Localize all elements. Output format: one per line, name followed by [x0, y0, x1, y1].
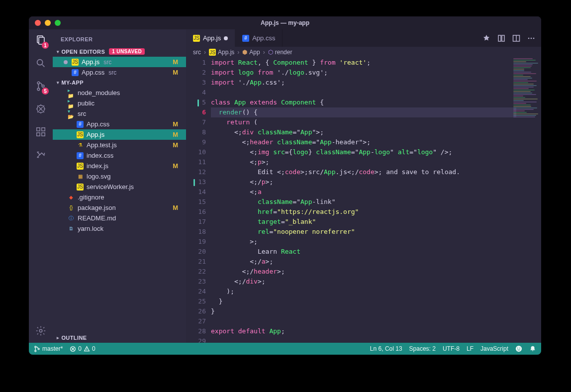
language-status[interactable]: JavaScript [480, 345, 508, 352]
minimap[interactable] [511, 58, 541, 122]
code-line[interactable]: <;p>; [211, 157, 516, 167]
code-line[interactable]: <;/div>; [211, 277, 516, 287]
file-tree-item[interactable]: JSserviceWorker.js [53, 182, 186, 192]
indentation-status[interactable]: Spaces: 2 [409, 345, 436, 352]
code-line[interactable]: import './App.css'; [211, 78, 516, 88]
breadcrumb-item[interactable]: src [193, 49, 201, 56]
file-tree-item[interactable]: JSApp.jsM [53, 129, 186, 140]
line-number[interactable]: 2 [186, 68, 206, 78]
file-tree-item[interactable]: ◆.gitignore [53, 192, 186, 202]
git-branch-status[interactable]: master* [34, 345, 63, 352]
line-number[interactable]: 8 [186, 127, 206, 137]
line-number[interactable]: 11 [186, 157, 206, 167]
code-line[interactable]: className="App-link" [211, 197, 516, 207]
line-number[interactable]: 26 [186, 306, 206, 316]
explorer-activity[interactable]: 1 [34, 33, 48, 47]
titlebar[interactable]: App.js — my-app [29, 16, 541, 29]
line-number[interactable]: 13 [186, 177, 206, 187]
feedback-icon[interactable] [515, 345, 522, 352]
cursor-position[interactable]: Ln 6, Col 13 [370, 345, 402, 352]
line-number[interactable]: 27 [186, 316, 206, 326]
file-tree-item[interactable]: #App.cssM [53, 119, 186, 129]
code-line[interactable]: Learn React [211, 247, 516, 257]
code-line[interactable]: export default App; [211, 326, 516, 336]
encoding-status[interactable]: UTF-8 [443, 345, 460, 352]
code-line[interactable]: <;/p>; [211, 177, 516, 187]
code-line[interactable]: >; [211, 237, 516, 247]
split-editor-icon[interactable] [512, 34, 520, 42]
line-number[interactable]: 18 [186, 227, 206, 237]
code-line[interactable]: } [211, 296, 516, 306]
line-number[interactable]: 20 [186, 247, 206, 257]
code-line[interactable]: render() { [211, 107, 516, 117]
line-number[interactable]: 12 [186, 167, 206, 177]
eol-status[interactable]: LF [467, 345, 474, 352]
code-line[interactable] [211, 316, 516, 326]
code-editor[interactable]: 1234567891011121314151617181920212223242… [186, 58, 541, 343]
code-line[interactable]: target="_blank" [211, 217, 516, 227]
file-tree-item[interactable]: ⓘREADME.md [53, 213, 186, 223]
file-tree-item[interactable]: ▸ 📁node_modules [53, 88, 186, 98]
code-line[interactable]: return ( [211, 117, 516, 127]
debug-activity[interactable] [34, 102, 48, 116]
notifications-icon[interactable] [529, 345, 536, 352]
line-number[interactable]: 15 [186, 197, 206, 207]
line-number[interactable]: 9 [186, 137, 206, 147]
project-header[interactable]: ▾ MY-APP [53, 78, 186, 88]
search-activity[interactable] [34, 56, 48, 70]
line-number[interactable]: 14 [186, 187, 206, 197]
line-number[interactable]: 6 [186, 107, 206, 117]
file-tree-item[interactable]: JSindex.jsM [53, 161, 186, 171]
breadcrumb-item[interactable]: ⬡render [268, 49, 292, 56]
line-number[interactable]: 4 [186, 88, 206, 98]
line-number[interactable]: 1 [186, 58, 206, 68]
file-tree-item[interactable]: ▦logo.svg [53, 171, 186, 182]
file-tree-item[interactable]: #index.css [53, 150, 186, 161]
code-line[interactable]: Edit <;code>;src/App.js<;/code>; and sav… [211, 167, 516, 177]
problems-status[interactable]: 0 0 [70, 345, 95, 352]
line-number[interactable]: 19 [186, 237, 206, 247]
editor-tab[interactable]: #App.css [235, 29, 283, 47]
line-number[interactable]: 25 [186, 296, 206, 306]
line-number[interactable]: 28 [186, 326, 206, 336]
open-editors-header[interactable]: ▾ OPEN EDITORS 1 UNSAVED [53, 46, 186, 57]
line-number[interactable]: 3 [186, 78, 206, 88]
code-line[interactable]: <;img src={logo} className="App-logo" al… [211, 147, 516, 157]
line-number[interactable]: 22 [186, 267, 206, 277]
editor-tab[interactable]: JSApp.js [186, 29, 235, 47]
open-editor-item[interactable]: #App.csssrcM [53, 67, 186, 78]
outline-header[interactable]: ▸ OUTLINE [53, 333, 186, 343]
breadcrumbs[interactable]: src›JSApp.js›⬢App›⬡render [186, 47, 541, 58]
code-line[interactable]: } [211, 306, 516, 316]
code-line[interactable]: ); [211, 287, 516, 296]
code-line[interactable]: href="https://reactjs.org" [211, 207, 516, 217]
file-tree-item[interactable]: ⚗App.test.jsM [53, 140, 186, 150]
line-number[interactable]: 29 [186, 336, 206, 343]
code-line[interactable]: rel="noopener noreferrer" [211, 227, 516, 237]
code-line[interactable]: <;/a>; [211, 257, 516, 267]
file-tree-item[interactable]: ▾ 📂src [53, 108, 186, 119]
line-number[interactable]: 5 [186, 98, 206, 107]
line-number[interactable]: 24 [186, 287, 206, 296]
source-control-activity[interactable]: 5 [34, 79, 48, 93]
code-line[interactable]: <;div className="App">; [211, 127, 516, 137]
file-tree-item[interactable]: 🗎yarn.lock [53, 223, 186, 234]
line-number[interactable]: 16 [186, 207, 206, 217]
open-changes-icon[interactable] [497, 34, 505, 42]
code-line[interactable] [211, 336, 516, 343]
line-number[interactable]: 10 [186, 147, 206, 157]
settings-activity[interactable] [34, 324, 48, 338]
file-tree-item[interactable]: {}package.jsonM [53, 202, 186, 213]
code-line[interactable] [211, 88, 516, 98]
code-line[interactable]: class App extends Component { [211, 98, 516, 107]
code-line[interactable]: <;/header>; [211, 267, 516, 277]
line-number[interactable]: 23 [186, 277, 206, 287]
line-number[interactable]: 7 [186, 117, 206, 127]
git-graph-activity[interactable] [34, 148, 48, 162]
code-line[interactable]: import React, { Component } from 'react'… [211, 58, 516, 68]
code-line[interactable]: import logo from './logo.svg'; [211, 68, 516, 78]
more-actions-icon[interactable] [527, 34, 535, 42]
open-editor-item[interactable]: JSApp.jssrcM [53, 57, 186, 67]
extensions-activity[interactable] [34, 125, 48, 139]
line-number[interactable]: 21 [186, 257, 206, 267]
